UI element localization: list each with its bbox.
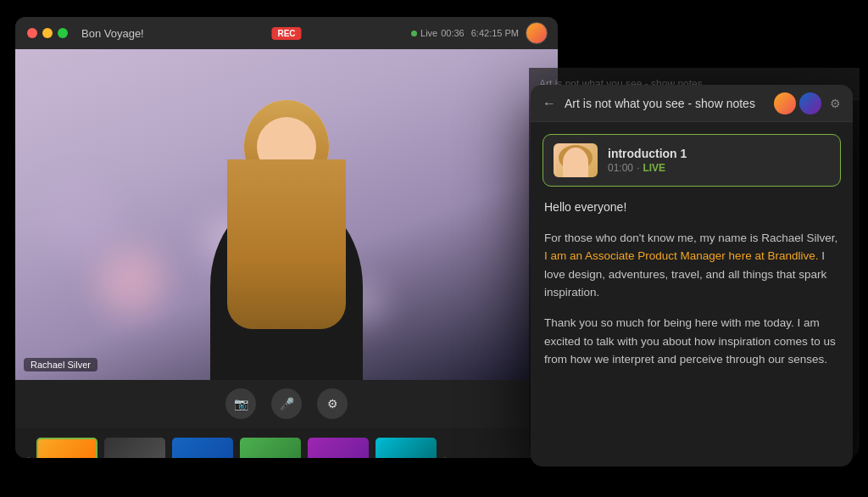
presenter-name-label: Rachael Silver [24,358,97,371]
show-notes-content: Hello everyone! For those who don't know… [531,187,853,466]
card-info: introduction 1 01:00 · LIVE [608,147,830,174]
settings-button[interactable]: ⚙ [317,388,348,419]
mic-button[interactable]: 🎤 [271,388,302,419]
gear-icon[interactable]: ⚙ [830,97,841,110]
maximize-button[interactable] [58,28,68,38]
titlebar-right: Live 00:36 6:42:15 PM [411,22,548,44]
rec-badge: REC [271,27,301,40]
show-notes-title: Art is not what you see - show notes [565,97,765,110]
live-indicator: Live 00:36 [411,28,465,38]
next-arrow[interactable]: › [443,452,448,458]
meta-separator: · [637,162,639,174]
camera-button[interactable]: 📷 [225,388,256,419]
thumbnail-5[interactable] [308,438,369,458]
user-avatar [526,22,548,44]
live-dot [411,31,417,36]
show-notes-panel: ← Art is not what you see - show notes ⚙… [531,85,853,466]
thumbnail-4[interactable] [240,438,301,458]
minimize-button[interactable] [42,28,53,38]
back-button[interactable]: ← [542,96,556,111]
bokeh-4 [42,181,119,258]
thumbnail-1[interactable] [36,438,97,458]
traffic-lights [27,28,68,38]
card-time: 01:00 [608,162,633,174]
card-thumbnail [554,143,598,177]
thumbnail-strip: ‹ › [15,427,558,458]
avatar-group [774,92,821,114]
hair-long [227,159,346,329]
video-feed: Rachael Silver [15,49,558,380]
card-meta: 01:00 · LIVE [608,162,830,174]
avatar-2 [799,92,821,114]
live-label: Live [420,28,437,38]
thumbnail-3[interactable] [172,438,233,458]
thumbnail-6[interactable] [376,438,437,458]
video-main: Rachael Silver [15,49,558,380]
window-title: Bon Voyage! [81,27,144,40]
close-button[interactable] [27,28,37,38]
greeting-text: Hello everyone! [544,198,839,217]
avatar-1 [774,92,796,114]
titlebar-center: REC [271,27,301,40]
bokeh-1 [97,248,164,316]
timer-label: 00:36 [441,28,465,38]
prev-arrow[interactable]: ‹ [25,452,30,458]
show-notes-header: ← Art is not what you see - show notes ⚙ [531,85,853,122]
thumbnail-2[interactable] [104,438,165,458]
video-app-window: Bon Voyage! REC Live 00:36 6:42:15 PM [15,17,558,458]
current-item-card[interactable]: introduction 1 01:00 · LIVE [542,134,841,187]
live-badge: LIVE [643,162,665,174]
body-paragraph-2: Thank you so much for being here with me… [544,314,839,369]
body1-pre: For those who don't know me, my name is … [544,232,837,244]
card-title: introduction 1 [608,147,830,160]
video-titlebar: Bon Voyage! REC Live 00:36 6:42:15 PM [15,17,558,49]
body1-highlight: I am an Associate Product Manager here a… [544,249,818,262]
video-controls: 📷 🎤 ⚙ [15,380,558,427]
body-paragraph-1: For those who don't know me, my name is … [544,229,839,302]
time-display: 6:42:15 PM [471,28,519,38]
presenter-figure [176,92,397,380]
thumb-person [563,148,588,177]
